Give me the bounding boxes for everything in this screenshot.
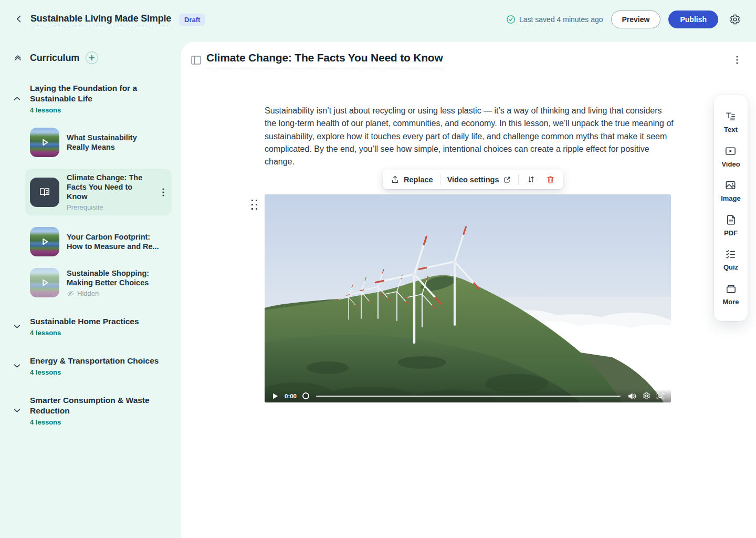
volume-icon <box>628 392 636 400</box>
topbar-actions: Last saved 4 minutes ago Preview Publish <box>506 11 743 28</box>
section-lesson-count: 4 lessons <box>30 329 161 337</box>
double-chevron-up-icon <box>13 53 23 63</box>
section-title: Energy & Transportation Choices <box>30 356 161 366</box>
drag-dots-icon <box>251 200 257 210</box>
lesson-item-selected[interactable]: Climate Change: The Facts You Need to Kn… <box>25 169 172 215</box>
sort-arrows-icon <box>527 175 536 184</box>
video-controls-bar: 0:00 <box>265 389 671 402</box>
topbar: Sustainable Living Made Simple Draft Las… <box>0 0 756 39</box>
play-icon <box>30 268 59 297</box>
curriculum-header: Curriculum <box>13 51 172 64</box>
gear-icon <box>643 392 650 400</box>
last-saved-status: Last saved 4 minutes ago <box>506 15 603 24</box>
lesson-item[interactable]: What Sustainability Really Means <box>30 128 172 157</box>
video-settings-button[interactable]: Video settings <box>445 172 514 187</box>
add-more-button[interactable]: More <box>722 283 739 306</box>
lesson-title: What Sustainability Really Means <box>67 133 160 152</box>
lesson-intro-paragraph[interactable]: Sustainability isn’t just about recyclin… <box>265 105 675 168</box>
video-player[interactable]: 0:00 <box>265 194 671 402</box>
play-button[interactable] <box>270 391 280 401</box>
preview-button[interactable]: Preview <box>611 11 661 28</box>
trash-icon <box>546 175 555 184</box>
kebab-icon <box>736 56 738 64</box>
toolbar-divider <box>518 174 519 185</box>
fullscreen-icon <box>656 392 665 400</box>
course-title[interactable]: Sustainable Living Made Simple <box>30 13 171 26</box>
settings-button[interactable] <box>727 12 743 27</box>
video-icon <box>724 145 737 157</box>
toolbar-divider <box>440 174 440 185</box>
add-text-button[interactable]: Text <box>724 110 738 133</box>
gear-icon <box>729 14 741 25</box>
back-button[interactable] <box>12 12 26 27</box>
video-settings-gear-button[interactable] <box>642 391 651 401</box>
curriculum-sidebar: Curriculum Laying the Foundation for a S… <box>0 39 181 538</box>
play-icon <box>272 393 278 399</box>
section-header[interactable]: Smarter Consumption & Waste Reduction 4 … <box>13 395 172 426</box>
play-icon <box>30 227 59 256</box>
plus-icon <box>89 55 95 61</box>
collapse-all-button[interactable] <box>13 53 23 63</box>
section-title: Smarter Consumption & Waste Reduction <box>30 395 161 416</box>
quiz-checklist-icon <box>724 248 737 260</box>
lesson-menu-button[interactable] <box>158 185 169 199</box>
external-link-icon <box>503 175 511 184</box>
video-current-time: 0:00 <box>285 393 297 399</box>
last-saved-text: Last saved 4 minutes ago <box>519 15 603 24</box>
seek-handle[interactable] <box>302 392 309 399</box>
text-icon <box>724 110 737 122</box>
lesson-title-row: Climate Change: The Facts You Need to Kn… <box>190 51 743 68</box>
chevron-up-icon[interactable] <box>13 94 30 103</box>
add-section-button[interactable] <box>86 51 98 64</box>
volume-button[interactable] <box>627 391 637 401</box>
play-icon <box>30 128 59 157</box>
video-block-toolbar: Replace Video settings <box>383 170 563 189</box>
lesson-title: Climate Change: The Facts You Need to Kn… <box>67 173 151 201</box>
chevron-down-icon[interactable] <box>13 406 30 415</box>
fullscreen-button[interactable] <box>656 391 665 401</box>
section-lesson-count: 4 lessons <box>30 368 161 376</box>
curriculum-section: Energy & Transportation Choices 4 lesson… <box>13 356 172 376</box>
section-header[interactable]: Energy & Transportation Choices 4 lesson… <box>13 356 172 376</box>
status-badge: Draft <box>179 14 205 26</box>
block-drag-handle[interactable] <box>250 199 258 210</box>
move-block-button[interactable] <box>523 172 538 187</box>
eye-off-icon <box>67 289 75 297</box>
lesson-title: Sustainable Shopping: Making Better Choi… <box>67 268 160 287</box>
replace-button[interactable]: Replace <box>388 172 435 187</box>
section-title: Sustainable Home Practices <box>30 316 161 327</box>
chevron-down-icon[interactable] <box>13 361 30 370</box>
open-book-icon <box>38 185 51 199</box>
upload-icon <box>391 175 400 184</box>
chevron-down-icon[interactable] <box>13 322 30 331</box>
video-frame-wind-turbines <box>265 194 671 402</box>
section-header[interactable]: Sustainable Home Practices 4 lessons <box>13 316 172 337</box>
lesson-list: What Sustainability Really Means Climate… <box>13 128 172 297</box>
lesson-page-title[interactable]: Climate Change: The Facts You Need to Kn… <box>206 51 443 68</box>
section-header[interactable]: Laying the Foundation for a Sustainable … <box>13 83 172 114</box>
lesson-video-thumbnail <box>30 268 59 297</box>
toggle-sidebar-button[interactable] <box>190 54 202 66</box>
seek-bar[interactable] <box>316 396 621 397</box>
curriculum-title: Curriculum <box>30 53 79 64</box>
curriculum-section: Laying the Foundation for a Sustainable … <box>13 83 172 297</box>
lesson-item-hidden[interactable]: Sustainable Shopping: Making Better Choi… <box>30 268 172 297</box>
lesson-title: Your Carbon Footprint: How to Measure an… <box>67 232 160 251</box>
section-lesson-count: 4 lessons <box>30 106 161 114</box>
add-pdf-button[interactable]: PDF <box>724 214 738 237</box>
kebab-icon <box>162 188 164 196</box>
lesson-item[interactable]: Your Carbon Footprint: How to Measure an… <box>30 227 172 256</box>
image-icon <box>724 179 737 191</box>
add-image-button[interactable]: Image <box>721 179 741 202</box>
section-title: Laying the Foundation for a Sustainable … <box>30 83 161 104</box>
publish-button[interactable]: Publish <box>668 11 718 28</box>
panel-icon <box>191 56 201 65</box>
lesson-options-button[interactable] <box>731 54 743 66</box>
curriculum-section: Sustainable Home Practices 4 lessons <box>13 316 172 337</box>
pdf-icon <box>725 214 737 226</box>
add-quiz-button[interactable]: Quiz <box>723 248 738 271</box>
add-video-button[interactable]: Video <box>721 145 740 168</box>
element-palette: Text Video Image PDF Quiz <box>714 95 748 321</box>
delete-block-button[interactable] <box>543 172 558 187</box>
lesson-subtitle: Hidden <box>77 289 99 297</box>
